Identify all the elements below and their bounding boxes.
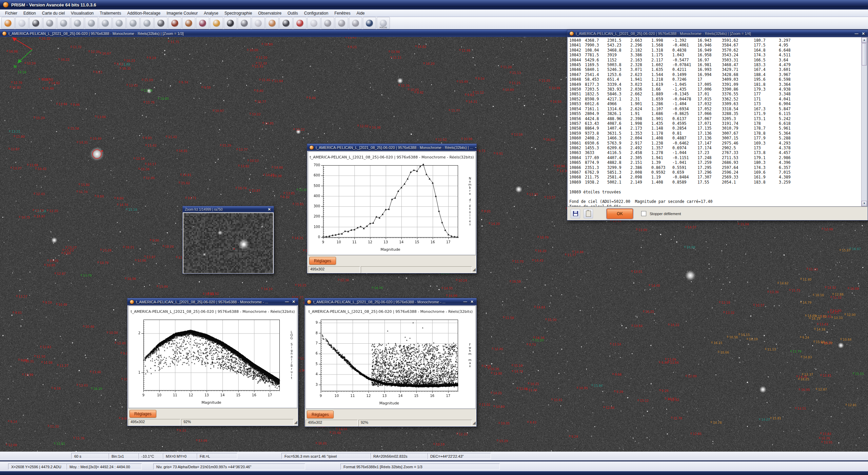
loupe-image[interactable] (183, 213, 273, 273)
door-icon[interactable] (335, 17, 348, 29)
crosshair-icon (130, 20, 137, 27)
close-icon[interactable]: ✕ (267, 207, 272, 212)
minimize-icon[interactable]: — (284, 300, 289, 304)
app-titlebar: PRISM - Version Avancée 64 bits 11.0.3.6 (0, 0, 868, 10)
minimize-icon[interactable]: — (463, 300, 468, 304)
snr-window[interactable]: t_AMERICA-PELICAN_L_[2021_08_25]-06-020 … (127, 298, 298, 426)
copper-cd-icon[interactable] (265, 17, 279, 29)
undo-arrow-icon[interactable] (57, 17, 70, 29)
menu-fen-tres[interactable]: Fenêtres (331, 10, 353, 16)
menu-fichier[interactable]: Fichier (2, 10, 20, 16)
table-row: 108588864.91407.42.1731.1480.285417.1353… (569, 126, 799, 131)
red-green-marker-icon[interactable] (293, 17, 307, 29)
blue-red-camera-icon (199, 20, 206, 27)
results-window[interactable]: t_AMERICA-PELICAN_L_[2021_08_25]-06-020 … (567, 30, 868, 221)
menu-edition[interactable]: Edition (20, 10, 39, 16)
resize-grip[interactable]: ◢ (294, 419, 297, 425)
red-camera-icon[interactable] (168, 17, 181, 29)
fwhm-window[interactable]: t_AMERICA-PELICAN_L_[2021_08_25]-06-020 … (304, 298, 477, 427)
stop-scroll-checkbox[interactable] (641, 211, 646, 216)
minimize-icon[interactable]: — (854, 32, 859, 36)
reglages-button[interactable]: Réglages (307, 411, 334, 418)
pencil-icon[interactable] (113, 17, 126, 29)
resize-grip[interactable]: ◢ (473, 266, 476, 272)
image-thumbnail-icon[interactable] (363, 17, 376, 29)
camera-icon[interactable] (29, 17, 42, 29)
resize-icon[interactable] (85, 17, 98, 29)
menu-bar: FichierEditionCarte du cielVisualisation… (0, 10, 868, 17)
menu-imagerie-couleur[interactable]: Imagerie Couleur (163, 10, 201, 16)
results-table[interactable]: 108404368.72301.52.6631.998-1.39216.9433… (568, 37, 867, 207)
white-dome-icon (255, 20, 262, 27)
black-scope-icon[interactable] (224, 17, 237, 29)
reglages-button[interactable]: Réglages (130, 410, 156, 418)
menu-addition-recalage[interactable]: Addition-Recalage (124, 10, 163, 16)
blue-red-camera-icon[interactable] (196, 17, 209, 29)
results-scrollbar[interactable]: ▲ ▼ (861, 37, 867, 206)
status-field: X=2608 Y=2596 | 4479.2 ADU (8, 463, 66, 470)
loupe-titlebar[interactable]: Zoom fct 1/14999 | ra750 ✕ (183, 206, 274, 212)
floppy-icon (573, 211, 578, 216)
focus-star-icon[interactable]: FOCUS (377, 17, 390, 29)
hand-icon[interactable] (321, 17, 334, 29)
close-icon[interactable]: ✕ (291, 300, 296, 304)
flip-icon[interactable] (71, 17, 84, 29)
status-field: RA=20h56m02.832s (370, 453, 427, 459)
menu-configuration[interactable]: Configuration (301, 10, 331, 16)
menu-analyse[interactable]: Analyse (201, 10, 221, 16)
menu-spectrographie[interactable]: Spectrographie (221, 10, 255, 16)
copy-results-button[interactable] (584, 209, 593, 218)
stairs-icon[interactable] (349, 17, 362, 29)
results-rows: 108404368.72301.52.6631.998-1.39216.9433… (569, 38, 799, 207)
menu-outils[interactable]: Outils (284, 10, 301, 16)
dark-sphere-icon[interactable] (154, 17, 167, 29)
magnifier-icon[interactable] (99, 17, 112, 29)
orange-wheel-icon[interactable] (210, 17, 223, 29)
menu-observatoire[interactable]: Observatoire (255, 10, 284, 16)
histogram-chart-area (308, 151, 476, 255)
pale-button-icon[interactable] (307, 17, 320, 29)
ok-button[interactable]: OK (607, 209, 633, 219)
scroll-down-icon[interactable]: ▼ (862, 201, 867, 206)
table-row: 108451169.55003.82.3281.602-0.0784116.98… (569, 62, 799, 67)
zoom-label: 92% (358, 420, 472, 426)
table-row: 108552804.93826.11.911.686-0.862517.0663… (569, 111, 799, 116)
menu-visualisation[interactable]: Visualisation (68, 10, 97, 16)
pencil-icon (116, 20, 123, 27)
save-icon[interactable] (15, 17, 28, 29)
fwhm-statusbar: 495x302 92% ◢ (305, 419, 476, 426)
scroll-up-icon[interactable]: ▲ (862, 37, 867, 43)
histogram-window[interactable]: t_AMERICA-PELICAN_L_[2021_08_25]-06-020 … (307, 144, 477, 273)
red-camera-icon (171, 20, 178, 27)
scroll-thumb[interactable] (862, 43, 867, 65)
table-row: 10857613.434087.61.9981.4350.459517.0713… (569, 121, 799, 126)
snr-titlebar[interactable]: t_AMERICA-PELICAN_L_[2021_08_25]-06-020 … (127, 298, 298, 305)
camera-icon (32, 20, 39, 27)
crosshair-icon[interactable] (126, 17, 140, 29)
brown-camera-icon[interactable] (182, 17, 195, 29)
close-icon[interactable]: ✕ (861, 32, 866, 36)
minimize-icon[interactable]: — (475, 145, 476, 150)
white-dome-icon[interactable] (252, 17, 265, 29)
menu-carte-du-ciel[interactable]: Carte du ciel (39, 10, 68, 16)
open-image-icon[interactable] (1, 17, 15, 29)
prism-logo-icon (3, 2, 9, 8)
empty-cell (361, 266, 472, 273)
bw-image-icon[interactable] (279, 17, 293, 29)
status-field: DEC=+44°22'22.43" (427, 453, 491, 459)
ccd-control-icon[interactable] (43, 17, 56, 29)
toolbar: FOCUS (0, 17, 868, 30)
fwhm-titlebar[interactable]: t_AMERICA-PELICAN_L_[2021_08_25]-06-020 … (305, 298, 476, 305)
save-results-button[interactable] (571, 209, 580, 218)
resize-grip[interactable]: ◢ (473, 420, 476, 426)
image-window-icon[interactable] (140, 17, 154, 29)
results-titlebar[interactable]: t_AMERICA-PELICAN_L_[2021_08_25]-06-020 … (567, 30, 868, 37)
menu-aide[interactable]: Aide (354, 10, 368, 16)
reglages-button[interactable]: Réglages (309, 257, 336, 265)
histogram-titlebar[interactable]: t_AMERICA-PELICAN_L_[2021_08_25]-06-020 … (307, 144, 476, 151)
close-icon[interactable]: ✕ (470, 300, 474, 304)
menu-traitements[interactable]: Traitements (97, 10, 124, 16)
image-window-title: t_AMERICA-PELICAN_L_[2021_08_25]-06-020 … (8, 32, 184, 36)
dropper-icon[interactable] (238, 17, 251, 29)
loupe-window[interactable]: Zoom fct 1/14999 | ra750 ✕ (182, 206, 274, 274)
